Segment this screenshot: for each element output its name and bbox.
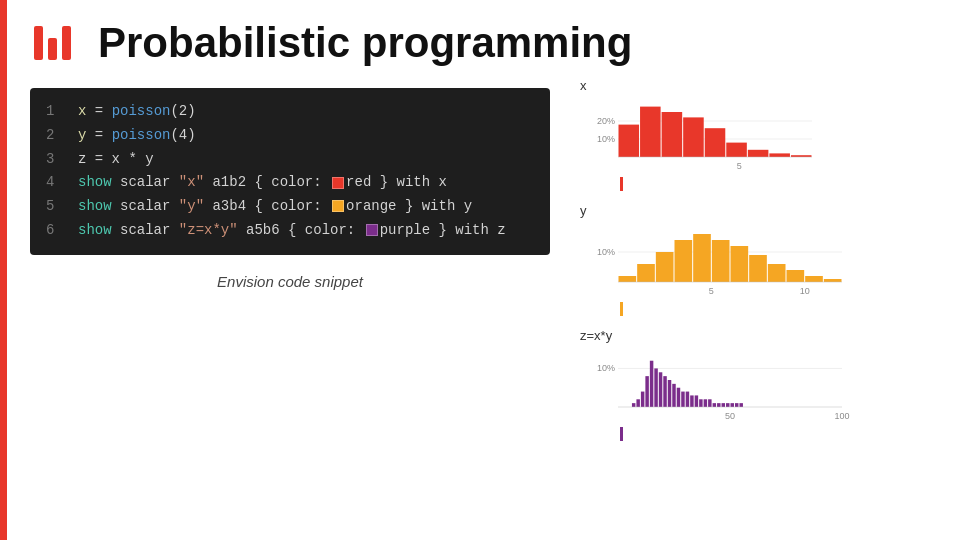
svg-rect-30 [787, 270, 805, 282]
svg-text:100: 100 [834, 411, 849, 421]
svg-rect-58 [722, 403, 725, 407]
chart-y: y10%510 [580, 203, 930, 316]
svg-rect-12 [705, 128, 726, 157]
svg-rect-10 [662, 112, 683, 157]
svg-rect-51 [690, 395, 693, 407]
svg-rect-27 [731, 246, 749, 282]
svg-rect-16 [791, 155, 812, 157]
svg-rect-53 [699, 399, 702, 407]
svg-rect-22 [637, 264, 655, 282]
svg-rect-54 [704, 399, 707, 407]
svg-rect-47 [672, 384, 675, 407]
svg-rect-45 [663, 376, 666, 407]
code-line: 1x = poisson(2) [46, 100, 534, 124]
code-line: 2y = poisson(4) [46, 124, 534, 148]
logo-icon [30, 18, 80, 68]
svg-rect-15 [769, 153, 790, 157]
main-content: 1x = poisson(2)2y = poisson(4)3z = x * y… [0, 88, 960, 441]
svg-rect-8 [619, 125, 640, 157]
chart-label-y: y [580, 203, 930, 218]
code-line: 6show scalar "z=x*y" a5b6 { color: purpl… [46, 219, 534, 243]
caption: Envision code snippet [30, 273, 550, 290]
svg-rect-39 [636, 399, 639, 407]
svg-rect-49 [681, 392, 684, 407]
svg-rect-11 [683, 117, 704, 157]
svg-text:10%: 10% [597, 363, 615, 373]
svg-text:20%: 20% [597, 116, 615, 126]
chart-indicator-z [620, 427, 623, 441]
code-line: 4show scalar "x" a1b2 { color: red } wit… [46, 171, 534, 195]
header: Probabilistic programming [0, 0, 960, 78]
chart-svg-y: 10%510 [580, 220, 850, 300]
svg-rect-38 [632, 403, 635, 407]
svg-rect-61 [735, 403, 738, 407]
left-panel: 1x = poisson(2)2y = poisson(4)3z = x * y… [30, 88, 550, 441]
svg-rect-29 [768, 264, 786, 282]
chart-indicator-y [620, 302, 623, 316]
svg-rect-1 [48, 38, 57, 60]
svg-rect-46 [668, 380, 671, 407]
svg-rect-40 [641, 392, 644, 407]
svg-rect-0 [34, 26, 43, 60]
svg-text:10: 10 [800, 286, 810, 296]
chart-label-z: z=x*y [580, 328, 930, 343]
svg-rect-48 [677, 388, 680, 407]
chart-svg-z: 10%50100 [580, 345, 850, 425]
svg-rect-23 [656, 252, 674, 282]
svg-rect-2 [62, 26, 71, 60]
svg-rect-59 [726, 403, 729, 407]
svg-rect-56 [713, 403, 716, 407]
svg-rect-31 [805, 276, 823, 282]
svg-text:10%: 10% [597, 247, 615, 257]
code-line: 3z = x * y [46, 148, 534, 172]
svg-rect-42 [650, 361, 653, 407]
svg-text:50: 50 [725, 411, 735, 421]
svg-rect-14 [748, 150, 769, 157]
svg-rect-25 [693, 234, 711, 282]
page-title: Probabilistic programming [98, 19, 632, 67]
svg-rect-50 [686, 392, 689, 407]
color-swatch-icon [332, 200, 344, 212]
svg-rect-21 [619, 276, 637, 282]
left-accent [0, 0, 7, 540]
svg-rect-32 [824, 279, 842, 282]
svg-text:5: 5 [709, 286, 714, 296]
svg-rect-28 [749, 255, 767, 282]
code-line: 5show scalar "y" a3b4 { color: orange } … [46, 195, 534, 219]
chart-z: z=x*y10%50100 [580, 328, 930, 441]
svg-rect-44 [659, 372, 662, 407]
color-swatch-icon [366, 224, 378, 236]
right-panel: x20%10%5y10%510z=x*y10%50100 [550, 78, 930, 441]
svg-rect-24 [675, 240, 693, 282]
svg-rect-9 [640, 107, 661, 157]
svg-rect-55 [708, 399, 711, 407]
svg-rect-26 [712, 240, 730, 282]
svg-text:10%: 10% [597, 134, 615, 144]
svg-text:5: 5 [737, 161, 742, 171]
svg-rect-57 [717, 403, 720, 407]
svg-rect-62 [739, 403, 742, 407]
svg-rect-60 [731, 403, 734, 407]
chart-x: x20%10%5 [580, 78, 930, 191]
svg-rect-41 [645, 376, 648, 407]
svg-rect-52 [695, 395, 698, 407]
chart-indicator-x [620, 177, 623, 191]
svg-rect-43 [654, 368, 657, 407]
chart-svg-x: 20%10%5 [580, 95, 820, 175]
chart-label-x: x [580, 78, 930, 93]
code-block: 1x = poisson(2)2y = poisson(4)3z = x * y… [30, 88, 550, 255]
svg-rect-13 [726, 143, 747, 157]
color-swatch-icon [332, 177, 344, 189]
